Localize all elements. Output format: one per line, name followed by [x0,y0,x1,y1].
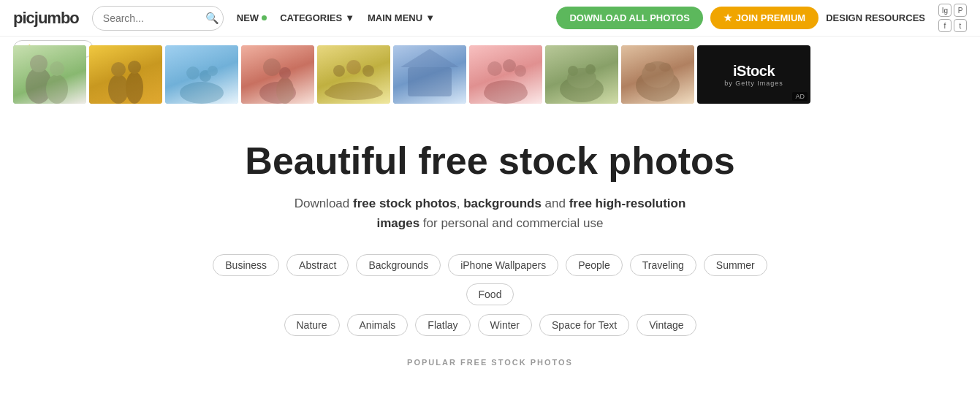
svg-point-14 [276,77,294,104]
svg-point-1 [30,55,48,72]
tag-iphone-wallpapers[interactable]: iPhone Wallpapers [448,254,558,276]
svg-point-11 [208,66,218,76]
hero-subtitle: Download free stock photos, backgrounds … [286,194,695,233]
svg-point-19 [362,65,374,77]
tag-flatlay[interactable]: Flatlay [415,314,470,336]
photo-thumb[interactable] [89,45,162,104]
photo-thumb[interactable] [317,45,390,104]
tag-people[interactable]: People [566,254,623,276]
logo-text: picjumbo [13,9,79,27]
new-dot-icon [262,15,267,20]
tag-winter[interactable]: Winter [478,314,532,336]
svg-marker-22 [400,49,459,67]
svg-point-13 [263,58,281,76]
nav-links: NEW CATEGORIES ▼ MAIN MENU ▼ [237,12,557,23]
svg-point-20 [328,82,379,99]
tag-summer[interactable]: Summer [704,254,767,276]
mainmenu-chevron-icon: ▼ [425,12,435,23]
logo[interactable]: picjumbo [13,9,79,28]
svg-point-2 [46,75,68,104]
navbar: picjumbo 🔍 NEW CATEGORIES ▼ MAIN MENU ▼ … [0,0,980,37]
svg-point-30 [568,66,578,76]
social-icons: Ig f [938,4,951,32]
search-box: 🔍 [92,6,224,31]
photo-thumb[interactable] [545,45,618,104]
popular-label: POPULAR FREE STOCK PHOTOS [15,358,965,367]
tags-row-1: Business Abstract Backgrounds iPhone Wal… [198,254,783,305]
istock-sub: by Getty Images [724,80,783,87]
svg-point-6 [126,72,143,104]
photo-thumb[interactable] [13,45,86,104]
svg-point-35 [659,63,671,72]
hero-title: Beautiful free stock photos [15,140,965,182]
svg-point-27 [485,80,526,98]
tag-animals[interactable]: Animals [347,314,409,336]
svg-point-34 [645,63,656,72]
svg-point-31 [585,64,596,75]
twitter-icon[interactable]: t [954,19,967,32]
svg-point-18 [346,60,361,75]
photo-thumb[interactable] [241,45,314,104]
tag-space-for-text[interactable]: Space for Text [539,314,629,336]
design-resources-button[interactable]: DESIGN RESOURCES [826,12,925,23]
tag-business[interactable]: Business [213,254,279,276]
join-premium-button[interactable]: ★ JOIN PREMIUM [710,7,818,29]
tag-food[interactable]: Food [466,283,514,305]
svg-point-8 [180,82,224,104]
social-icons-2: P t [954,4,967,32]
svg-point-26 [514,65,526,77]
premium-star-icon: ★ [723,12,732,23]
svg-rect-21 [408,67,452,96]
search-input[interactable] [103,12,205,24]
nav-new[interactable]: NEW [237,12,267,23]
svg-point-25 [503,59,516,72]
photo-thumb[interactable] [469,45,542,104]
svg-point-24 [487,61,502,76]
svg-point-15 [279,67,291,79]
svg-point-5 [111,62,126,77]
svg-point-17 [333,65,345,77]
tags-row-2: Nature Animals Flatlay Winter Space for … [198,314,783,336]
hero-section: Beautiful free stock photos Download fre… [0,111,980,389]
photo-strip: iStock by Getty Images AD [0,37,980,111]
svg-point-4 [108,75,129,104]
search-button[interactable]: 🔍 [205,12,219,25]
download-all-button[interactable]: DOWNLOAD ALL PHOTOS [556,7,702,29]
svg-point-7 [128,61,141,74]
istock-brand: iStock [733,63,775,80]
tag-backgrounds[interactable]: Backgrounds [356,254,441,276]
pinterest-icon[interactable]: P [954,4,967,17]
svg-point-3 [50,61,64,76]
tag-abstract[interactable]: Abstract [286,254,349,276]
photo-thumb[interactable] [393,45,466,104]
photo-thumb[interactable] [165,45,238,104]
tag-vintage[interactable]: Vintage [637,314,696,336]
tag-traveling[interactable]: Traveling [630,254,696,276]
facebook-icon[interactable]: f [938,19,951,32]
tag-nature[interactable]: Nature [284,314,340,336]
ad-badge: AD [792,92,808,101]
svg-point-9 [186,66,200,80]
istock-ad[interactable]: iStock by Getty Images AD [697,45,810,104]
nav-mainmenu[interactable]: MAIN MENU ▼ [368,12,435,23]
nav-categories[interactable]: CATEGORIES ▼ [280,12,354,23]
categories-chevron-icon: ▼ [345,12,354,23]
photo-thumb[interactable] [621,45,694,104]
instagram-icon[interactable]: Ig [938,4,951,17]
